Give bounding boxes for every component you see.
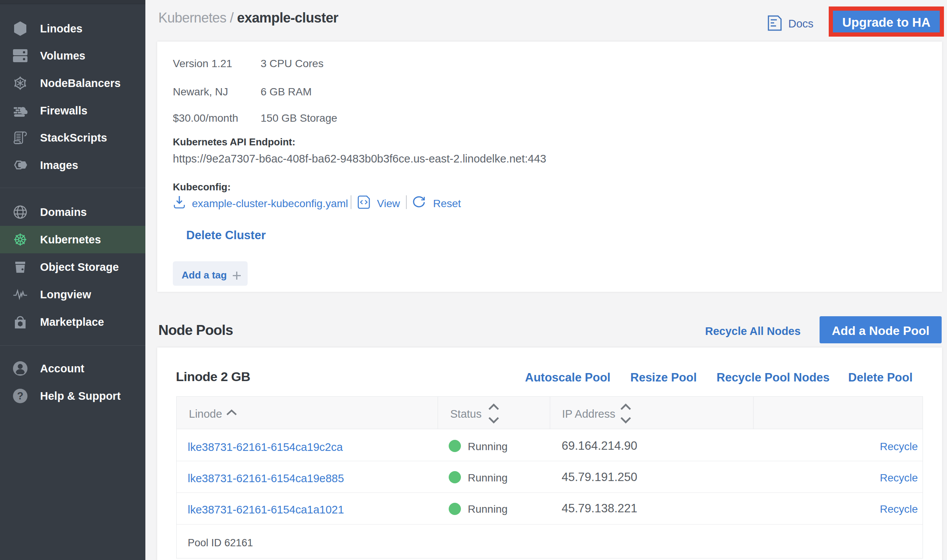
svg-text:?: ? <box>17 390 24 402</box>
